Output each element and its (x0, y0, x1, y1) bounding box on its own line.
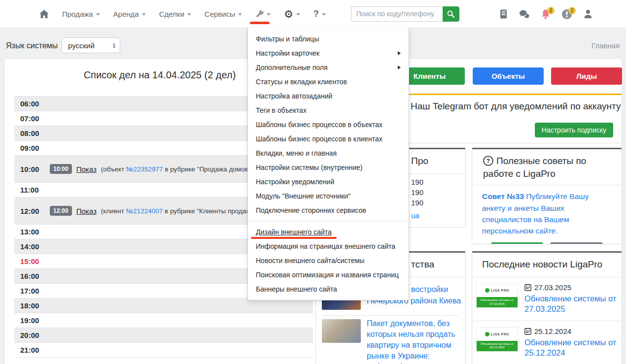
schedule-row: 20:00 (14, 328, 313, 343)
contacts-site-link[interactable]: ua (411, 211, 419, 220)
event-object-link[interactable]: №21224007 (126, 207, 163, 215)
nav-item-deals[interactable]: Сделки (159, 10, 191, 18)
news-thumbnail-documents[interactable] (322, 319, 361, 343)
tip-more-button[interactable]: Подробнее (491, 242, 543, 244)
menu-item[interactable]: Фильтры и таблицы (248, 32, 409, 46)
calendar-event[interactable]: 10:00Показ(объект №22352977 в рубрике "П… (50, 164, 265, 174)
event-action-link[interactable]: Показ (76, 207, 97, 215)
nav-item-services[interactable]: Сервисы (205, 10, 242, 18)
liga-widget-header: Последние новости LigaPro (472, 253, 622, 277)
menu-item[interactable]: Статусы и вкладки клиентов (248, 74, 409, 89)
news-date: 27.03.2025 (524, 283, 618, 292)
search-input[interactable] (351, 6, 443, 22)
menu-item[interactable]: Дополнительные поля (248, 60, 409, 74)
menu-item[interactable]: Настройки системы (внутренние) (248, 160, 409, 174)
language-select[interactable]: русский ▲▼ (62, 37, 120, 53)
leads-button[interactable]: Лиды (551, 67, 622, 85)
menu-item[interactable]: Поисковая оптимизация и названия страниц (248, 267, 409, 282)
time-label: 18:00 (14, 301, 42, 310)
search-button[interactable] (443, 6, 459, 22)
news-date: 25.12.2024 (524, 327, 618, 335)
menu-item[interactable]: Баннеры внешнего сайта (248, 282, 409, 296)
news-thumb-caption: Обновление системы от 25.12.2024 (477, 341, 518, 351)
nav-item-sales[interactable]: Продажа (62, 10, 100, 18)
menu-item-label: Модуль "Внешние источники" (256, 192, 350, 200)
tips-header-text: Полезные советы по работе с LigaPro (483, 156, 586, 179)
time-label: 06:00 (14, 99, 42, 108)
agency-news-1-line1[interactable]: востройки (411, 285, 448, 294)
user-icon[interactable] (583, 9, 593, 20)
menu-item[interactable]: Вкладки, меню и главная (248, 146, 409, 160)
menu-item[interactable]: Теги в объектах (248, 103, 409, 117)
time-label: 17:00 (14, 287, 42, 295)
liga-header-text: Последние новости LigaPro (482, 259, 602, 270)
time-label: 10:00 (14, 165, 42, 173)
news-item[interactable]: LIGA PROОбновление системы от 27.03.2025… (472, 277, 622, 321)
time-label: 19:00 (14, 316, 42, 325)
news-item[interactable]: LIGA PROОбновление системы от 25.12.2024… (472, 321, 622, 364)
ligapro-logo-text: LIGA PRO (491, 289, 510, 292)
nav-item-rent[interactable]: Аренда (113, 10, 146, 18)
svg-text:?: ? (487, 158, 490, 165)
event-action-link[interactable]: Показ (76, 165, 97, 173)
telegram-heading: Наш Telegram бот для уведомлений по акка… (411, 101, 621, 112)
time-label: 15:00 (14, 257, 42, 265)
chevron-down-icon (267, 13, 271, 16)
menu-item[interactable]: Новости внешнего сайта/системы (248, 253, 409, 267)
news-content: 25.12.2024Обновление системы от 25.12.20… (524, 327, 618, 359)
menu-item[interactable]: Дизайн внешнего сайта (248, 225, 409, 239)
chevron-down-icon (296, 13, 300, 16)
menu-item[interactable]: Модуль "Внешние источники" (248, 189, 409, 203)
agency-news-2-link[interactable]: Пакет документов, без которых нельзя про… (367, 318, 463, 364)
objects-button[interactable]: Объекты (473, 67, 544, 85)
top-navigation-bar: Продажа Аренда Сделки Сервисы ⚙ ? (0, 0, 626, 28)
chevron-down-icon (322, 13, 326, 16)
language-selected-value: русский (68, 41, 95, 50)
menu-item-label: Дизайн внешнего сайта (256, 228, 332, 236)
help-icon: ? (313, 9, 319, 19)
contacts-phone: 190 (411, 199, 423, 207)
tip-number: Совет №33 (482, 192, 524, 200)
annotation-gear-underline (250, 22, 270, 24)
search-group (351, 6, 459, 22)
news-content: 27.03.2025Обновление системы от 27.03.20… (524, 283, 618, 315)
menu-item-label: Информация на страницах внешнего сайта (256, 242, 395, 250)
journal-icon[interactable] (498, 9, 509, 20)
news-date-text: 27.03.2025 (534, 283, 571, 292)
menu-divider (248, 221, 409, 221)
home-icon (39, 10, 49, 18)
calendar-icon (524, 328, 531, 335)
chat-icon[interactable] (519, 9, 530, 20)
event-object-link[interactable]: №22352977 (126, 165, 163, 173)
gear-menu-list: Фильтры и таблицыНастройки карточекДопол… (248, 32, 409, 296)
chevron-down-icon (96, 13, 100, 16)
alert-icon[interactable]: 2 (561, 9, 572, 20)
telegram-subscribe-button[interactable]: Настроить подписку (535, 123, 613, 137)
main-nav: Продажа Аренда Сделки Сервисы ⚙ ? (39, 6, 459, 22)
news-thumbnail: LIGA PROОбновление системы от 27.03.2025 (476, 283, 518, 308)
select-updown-icon: ▲▼ (112, 43, 116, 48)
menu-item-label: Подключение сторонних сервисов (256, 206, 366, 214)
nav-item-tools[interactable] (255, 10, 271, 18)
news-title-link[interactable]: Обновление системы от 25.12.2024 (524, 337, 618, 359)
all-tips-button[interactable]: Все советы (550, 242, 603, 244)
ligapro-logo-text: LIGA PRO (491, 332, 510, 336)
submenu-arrow-icon (398, 51, 401, 55)
menu-item[interactable]: Информация на страницах внешнего сайта (248, 239, 409, 253)
menu-item[interactable]: Настройки уведомлений (248, 174, 409, 189)
menu-item[interactable]: Шаблоны бизнес процессов в объектах (248, 117, 409, 132)
menu-item[interactable]: Подключение сторонних сервисов (248, 203, 409, 217)
menu-item[interactable]: Шаблоны бизнес процессов в клиентах (248, 132, 409, 146)
schedule-row: 19:00 (14, 313, 313, 328)
menu-item[interactable]: Настройки карточек (248, 46, 409, 60)
time-label: 09:00 (14, 144, 42, 152)
home-nav-item[interactable] (39, 10, 49, 18)
bell-icon[interactable]: 2 (540, 9, 551, 20)
liga-news-list: LIGA PROОбновление системы от 27.03.2025… (472, 277, 622, 364)
menu-item[interactable]: Настройка автозаданий (248, 89, 409, 103)
nav-item-settings[interactable]: ⚙ (284, 9, 300, 19)
schedule-row: 21:00 (14, 343, 313, 358)
news-title-link[interactable]: Обновление системы от 27.03.2025 (524, 294, 618, 315)
nav-item-help[interactable]: ? (313, 9, 326, 19)
time-label: 16:00 (14, 272, 42, 280)
